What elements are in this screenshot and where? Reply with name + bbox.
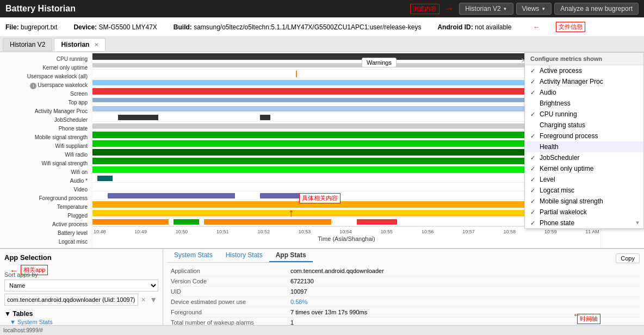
dropdown-header: Configure metrics shown	[525, 53, 643, 65]
row-label-activity: Activity Manager Proc	[0, 107, 92, 116]
copy-button[interactable]: Copy	[616, 253, 640, 263]
tab-system-stats[interactable]: System Stats	[168, 249, 219, 262]
dropdown-item-mobile[interactable]: ✓ Mobile signal strength	[525, 196, 643, 207]
time-label-0: 10:48	[94, 229, 106, 234]
dropdown-item-jobscheduler[interactable]: ✓ JobScheduler	[525, 152, 643, 163]
scroll-indicator-down: ▼	[635, 220, 640, 226]
dropdown-item-charging[interactable]: ✓ Charging status	[525, 120, 643, 131]
row-label-battery: Battery level	[0, 229, 92, 238]
row-label-cpu: CPU running	[0, 55, 92, 64]
stats-value: 10097	[287, 287, 640, 297]
time-label-12: 11 AM	[585, 229, 599, 234]
dropdown-item-logcat[interactable]: ✓ Logcat misc	[525, 185, 643, 196]
dropdown-item-partial[interactable]: ✓ Partial wakelock	[525, 207, 643, 218]
check-brightness: ✓	[530, 100, 537, 107]
device-item: Device: SM-G5500 LMY47X	[73, 23, 157, 31]
time-label-7: 10:55	[381, 229, 393, 234]
stats-row: Applicationcom.tencent.android.qqdownloa…	[168, 266, 640, 276]
check-charging: ✓	[530, 122, 537, 129]
dropdown-item-audio[interactable]: ✓ Audio	[525, 87, 643, 98]
tab-app-stats[interactable]: App Stats	[269, 249, 313, 262]
check-cpu: ✓	[530, 111, 537, 118]
row-labels: CPU running Kernel only uptime Userspace…	[0, 52, 92, 248]
time-label-2: 10:50	[176, 229, 188, 234]
app-name-input[interactable]	[4, 294, 138, 306]
time-label-9: 10:57	[462, 229, 475, 234]
tables-collapse-icon: ▼	[4, 310, 11, 318]
time-label-5: 10:53	[299, 229, 311, 234]
dropdown-item-cpu[interactable]: ✓ CPU running	[525, 109, 643, 120]
row-label-jobscheduler: JobScheduler	[0, 116, 92, 125]
tab-close-icon[interactable]: ✕	[94, 42, 98, 48]
historian-v2-button[interactable]: Historian V2 ▼	[459, 3, 513, 15]
row-label-video: Video	[0, 185, 92, 194]
bar-job	[118, 115, 159, 120]
annotation-specific-content: 具体相关内容	[299, 193, 340, 203]
time-title: Time (Asia/Shanghai)	[92, 235, 600, 242]
time-label-6: 10:54	[339, 229, 352, 234]
bar-active1	[92, 219, 169, 225]
warnings-button[interactable]: Warnings	[362, 58, 397, 67]
check-level: ✓	[530, 176, 537, 183]
tab-history-stats[interactable]: History Stats	[219, 249, 269, 262]
tab-historian[interactable]: Historian ✕	[54, 38, 105, 51]
arrow-right-icon: →	[445, 4, 454, 14]
row-label-wifi-sig: Wifi signal strength	[0, 159, 92, 168]
dropdown-item-kernel[interactable]: ✓ Kernel only uptime	[525, 163, 643, 174]
app-selection-title: App Selection	[4, 253, 158, 262]
dropdown-item-level[interactable]: ✓ Level	[525, 174, 643, 185]
row-label-kernel: Kernel only uptime	[0, 64, 92, 72]
annotation-related-app: 相关app	[21, 265, 48, 275]
time-axis: 10:48 10:49 10:50 10:51 10:52 10:53 10:5…	[92, 226, 600, 248]
file-item: File: bugreport.txt	[5, 23, 57, 31]
chart-area: CPU running Kernel only uptime Userspace…	[0, 52, 644, 248]
analyze-button[interactable]: Analyze a new bugreport	[554, 3, 639, 15]
dropdown-item-activity-manager[interactable]: ✓ Activity Manager Proc	[525, 76, 643, 87]
file-info-bar: File: bugreport.txt Device: SM-G5500 LMY…	[0, 17, 644, 37]
row-label-screen: Screen	[0, 90, 92, 98]
app-selection: App Selection 相关app ← Sort apps by Name …	[0, 249, 163, 335]
stats-key: Application	[168, 266, 287, 276]
check-logcat: ✓	[530, 187, 537, 194]
sort-by-select[interactable]: Name	[4, 280, 158, 291]
stats-key: Version Code	[168, 276, 287, 287]
check-audio: ✓	[530, 89, 537, 96]
dropdown-item-brightness[interactable]: ✓ Brightness	[525, 98, 643, 109]
dropdown-items-list[interactable]: ✓ Active process ✓ Activity Manager Proc…	[525, 65, 643, 228]
navbar-controls: 浏览内容 → Historian V2 ▼ Views ▼ Analyze a …	[410, 3, 639, 15]
check-activity-manager: ✓	[530, 78, 537, 85]
check-mobile: ✓	[530, 198, 537, 205]
navbar: Battery Historian 浏览内容 → Historian V2 ▼ …	[0, 0, 644, 17]
views-caret: ▼	[541, 7, 546, 11]
check-kernel: ✓	[530, 165, 537, 172]
build-item: Build: samsung/o5ltecz/o5ltechn:5.1.1/LM…	[174, 23, 422, 31]
row-label-wifi-on: Wifi on	[0, 168, 92, 177]
app-input-dropdown-icon[interactable]: ▼	[148, 294, 158, 305]
stats-value: 6722130	[287, 276, 640, 287]
annotation-arrow-file: ←	[533, 23, 540, 31]
time-label-11: 10:59	[544, 229, 557, 234]
tabs-bar: Historian V2 Historian ✕	[0, 37, 644, 52]
stats-key: Device estimated power use	[168, 297, 287, 307]
time-label-10: 10:58	[504, 229, 516, 234]
configure-metrics-dropdown: Configure metrics shown ✓ Active process…	[524, 52, 644, 229]
app-input-clear[interactable]: ✕	[138, 295, 148, 305]
tab-historian-v2[interactable]: Historian V2	[3, 38, 52, 51]
bar-active4	[357, 219, 398, 225]
dropdown-item-active-process[interactable]: ✓ Active process	[525, 65, 643, 76]
android-item: Android ID: not available	[437, 23, 511, 31]
bar-job2	[260, 115, 270, 120]
dropdown-item-health[interactable]: ✓ Health	[525, 141, 643, 152]
bar-active2	[174, 219, 199, 225]
views-button[interactable]: Views ▼	[516, 3, 552, 15]
row-label-wifi-radio: Wifi radio	[0, 151, 92, 159]
check-active-process: ✓	[530, 67, 537, 75]
time-label-3: 10:51	[216, 229, 229, 234]
time-label-4: 10:52	[257, 229, 270, 234]
dropdown-item-phone[interactable]: ✓ Phone state	[525, 218, 643, 228]
stats-value: 0.58%	[287, 297, 640, 307]
time-label-1: 10:49	[134, 229, 147, 234]
tables-header[interactable]: ▼ Tables	[4, 310, 158, 318]
dropdown-item-foreground[interactable]: ✓ Foreground process	[525, 131, 643, 141]
stats-value: com.tencent.android.qqdownloader	[287, 266, 640, 276]
